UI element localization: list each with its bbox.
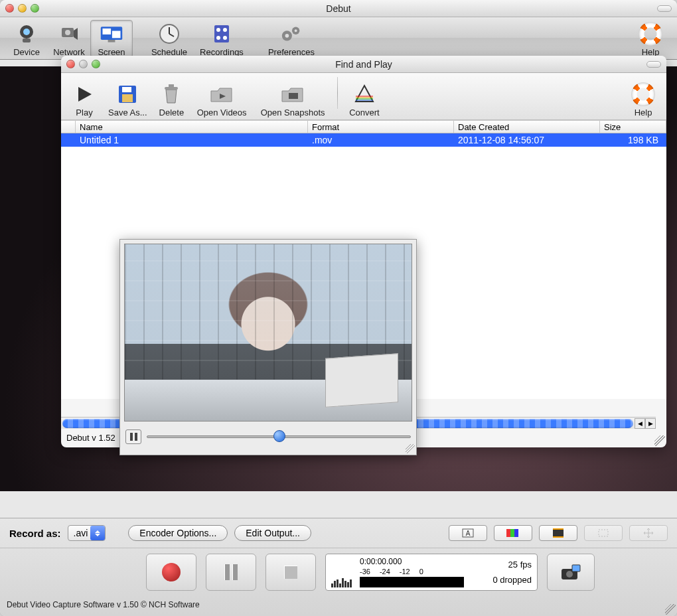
folder-snapshot-icon xyxy=(281,82,305,106)
open-snapshots-button[interactable]: Open Snapshots xyxy=(254,80,332,118)
svg-point-16 xyxy=(223,36,227,40)
play-button[interactable]: Play xyxy=(66,80,102,118)
save-as-label: Save As... xyxy=(108,108,147,117)
edit-output-button[interactable]: Edit Output... xyxy=(234,525,311,541)
slider-thumb-icon[interactable] xyxy=(273,430,285,442)
video-effects-button[interactable] xyxy=(539,525,577,541)
svg-rect-38 xyxy=(169,84,174,87)
format-select[interactable]: .avi xyxy=(68,525,106,541)
svg-rect-25 xyxy=(514,529,518,537)
svg-point-31 xyxy=(566,571,573,578)
text-overlay-button[interactable]: A xyxy=(449,525,487,541)
video-player-window[interactable] xyxy=(119,239,417,455)
stop-icon xyxy=(284,566,297,579)
zoom-icon[interactable] xyxy=(31,4,39,13)
recordings-button[interactable]: Recordings xyxy=(194,20,250,58)
svg-rect-37 xyxy=(165,87,178,90)
device-label: Device xyxy=(7,47,46,57)
recording-status-panel: 0:00:00.000 -36 -24 -12 0 25 fps 0 dropp… xyxy=(325,554,538,591)
device-button[interactable]: Device xyxy=(5,20,48,58)
svg-marker-33 xyxy=(78,87,92,102)
record-as-label: Record as: xyxy=(9,528,61,539)
svg-point-14 xyxy=(223,28,227,32)
network-camera-icon xyxy=(57,22,81,46)
save-as-button[interactable]: Save As... xyxy=(102,80,153,118)
svg-rect-26 xyxy=(553,530,564,536)
table-row[interactable]: Untitled 1 .mov 2011-12-08 14:56:07 198 … xyxy=(61,133,666,147)
record-options-row: Record as: .avi Encoder Options... Edit … xyxy=(0,518,677,548)
snapshot-button[interactable] xyxy=(547,554,595,591)
scroll-left-icon[interactable]: ◀ xyxy=(635,418,645,429)
convert-button[interactable]: Convert xyxy=(343,80,386,118)
svg-point-15 xyxy=(216,36,220,40)
main-toolbar: Device Network Screen Schedule xyxy=(0,17,677,60)
column-date[interactable]: Date Created xyxy=(454,121,600,133)
folder-video-icon xyxy=(210,82,234,106)
floppy-disk-icon xyxy=(115,82,139,106)
fp-window-title: Find and Play xyxy=(61,59,666,70)
column-format[interactable]: Format xyxy=(308,121,454,133)
trash-icon xyxy=(159,82,183,106)
fp-titlebar[interactable]: Find and Play xyxy=(61,56,666,73)
seek-slider[interactable] xyxy=(147,433,411,441)
dropped-readout: 0 dropped xyxy=(472,575,532,585)
pause-icon xyxy=(224,564,238,580)
close-icon[interactable] xyxy=(66,60,75,68)
player-controls xyxy=(120,425,416,447)
fp-column-headers: Name Format Date Created Size xyxy=(61,120,666,133)
column-name[interactable]: Name xyxy=(76,121,308,133)
delete-label: Delete xyxy=(159,108,185,117)
gears-icon xyxy=(279,22,303,46)
db-scale: -36 -24 -12 0 xyxy=(360,568,464,576)
player-pause-button[interactable] xyxy=(125,429,141,444)
zoom-icon[interactable] xyxy=(92,60,100,68)
resize-grip-icon[interactable] xyxy=(665,604,676,615)
column-handle[interactable] xyxy=(61,121,76,133)
lifesaver-icon xyxy=(639,22,662,46)
row-format: .mov xyxy=(308,135,454,145)
stop-button[interactable] xyxy=(265,554,316,591)
minimize-icon[interactable] xyxy=(18,4,27,13)
svg-rect-12 xyxy=(214,25,229,42)
help-button[interactable]: Help xyxy=(629,20,672,58)
svg-rect-24 xyxy=(510,529,514,537)
row-name: Untitled 1 xyxy=(76,135,308,145)
svg-rect-27 xyxy=(553,528,564,530)
resize-grip-icon[interactable] xyxy=(406,444,415,453)
svg-point-20 xyxy=(295,29,297,32)
preferences-button[interactable]: Preferences xyxy=(262,20,321,58)
encoder-options-button[interactable]: Encoder Options... xyxy=(128,525,228,541)
main-window-title: Debut xyxy=(0,3,677,14)
row-date: 2011-12-08 14:56:07 xyxy=(454,135,600,145)
svg-rect-40 xyxy=(289,93,298,99)
network-button[interactable]: Network xyxy=(48,20,90,58)
fp-help-button[interactable]: Help xyxy=(625,80,661,118)
bottom-control-bar: Record as: .avi Encoder Options... Edit … xyxy=(0,518,677,616)
resize-grip-icon[interactable] xyxy=(654,435,665,446)
row-size: 198 KB xyxy=(600,135,666,145)
main-titlebar[interactable]: Debut xyxy=(0,0,677,17)
fp-traffic-lights xyxy=(66,60,100,68)
svg-rect-28 xyxy=(553,536,564,538)
column-size[interactable]: Size xyxy=(600,121,666,133)
open-videos-button[interactable]: Open Videos xyxy=(190,80,254,118)
webcam-icon xyxy=(15,22,38,46)
toolbar-toggle-icon[interactable] xyxy=(646,61,661,68)
color-adjust-button[interactable] xyxy=(494,525,532,541)
format-select-value: .avi xyxy=(74,528,88,538)
convert-prism-icon xyxy=(352,82,376,106)
scroll-right-icon[interactable]: ▶ xyxy=(645,418,656,429)
schedule-button[interactable]: Schedule xyxy=(145,20,194,58)
audio-level-icon xyxy=(331,557,352,587)
delete-button[interactable]: Delete xyxy=(153,80,190,118)
svg-rect-36 xyxy=(122,94,133,102)
screen-button[interactable]: Screen xyxy=(90,20,133,58)
record-icon xyxy=(162,563,181,581)
minimize-icon xyxy=(79,60,88,68)
toolbar-toggle-icon[interactable] xyxy=(657,5,672,12)
close-icon[interactable] xyxy=(5,4,14,13)
traffic-lights xyxy=(5,4,39,13)
record-button[interactable] xyxy=(146,554,196,591)
camera-icon xyxy=(559,562,583,582)
pause-button[interactable] xyxy=(206,554,256,591)
